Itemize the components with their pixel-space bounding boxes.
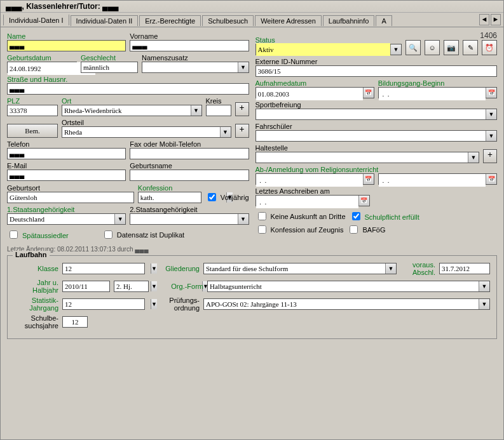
kreis-label: Kreis: [206, 97, 231, 105]
alarm-icon[interactable]: ⏰: [482, 40, 497, 55]
namenszusatz-select[interactable]: ▼: [142, 62, 249, 73]
klasse-select[interactable]: ▼: [62, 263, 145, 274]
halte-select[interactable]: ▼: [255, 152, 480, 163]
record-id: 1406: [480, 31, 497, 40]
religion-an-input[interactable]: 📅: [378, 173, 497, 185]
religion-ab-input[interactable]: 📅: [255, 173, 374, 185]
staat2-select[interactable]: ▼: [130, 213, 249, 225]
telefon-input[interactable]: [7, 148, 126, 159]
last-change-note: Letzte Änderung: 08.02.2011 13:07:13 dur…: [7, 246, 497, 253]
calendar-icon[interactable]: 📅: [486, 174, 496, 184]
chevron-down-icon[interactable]: ▼: [479, 299, 489, 309]
telefon-label: Telefon: [7, 140, 126, 148]
bafoeg-checkbox[interactable]: [350, 225, 358, 234]
sport-select[interactable]: ▼: [255, 109, 498, 120]
volljaehrig-checkbox[interactable]: [208, 193, 216, 201]
tab-strip: Individual-Daten I Individual-Daten II E…: [1, 13, 503, 27]
tab-weitere-adressen[interactable]: Weitere Adressen: [255, 15, 322, 26]
chevron-down-icon[interactable]: ▼: [238, 214, 249, 224]
konfzeugnis-checkbox[interactable]: [258, 225, 266, 234]
chevron-down-icon[interactable]: ▼: [486, 109, 496, 119]
statjg-label: Statistik-Jahrgang: [14, 297, 58, 312]
vorname-input[interactable]: [130, 40, 249, 51]
pruef-select[interactable]: ▼: [203, 298, 490, 310]
duplikat-checkbox[interactable]: [104, 230, 112, 239]
abschluss-input[interactable]: [439, 263, 490, 274]
email-label: E-Mail: [7, 162, 126, 170]
fax-label: Fax oder Mobil-Telefon: [130, 140, 249, 148]
orgform-select[interactable]: ▼: [207, 281, 490, 292]
anschreiben-input[interactable]: 📅: [255, 195, 370, 206]
geburtsname-input[interactable]: [130, 170, 249, 181]
calendar-icon[interactable]: 📅: [363, 88, 374, 98]
pruef-label: Prüfungs-ordnung: [149, 297, 200, 312]
duplikat-label: Datensatz ist Duplikat: [117, 231, 184, 239]
chevron-down-icon[interactable]: ▼: [385, 263, 396, 274]
fax-input[interactable]: [130, 148, 249, 159]
chevron-down-icon[interactable]: ▼: [238, 62, 249, 72]
geburtsdatum-label: Geburtsdatum: [7, 54, 77, 62]
bildungsgang-label: Bildungsgang-Beginn: [378, 79, 497, 87]
edit-icon[interactable]: ✎: [463, 40, 478, 55]
statjg-select[interactable]: ▼: [62, 298, 145, 310]
chevron-down-icon[interactable]: ▼: [191, 105, 201, 116]
staat1-select[interactable]: ▼: [7, 213, 126, 225]
tab-individual-2[interactable]: Individual-Daten II: [71, 15, 139, 26]
jahr-select[interactable]: ▼: [62, 281, 110, 292]
schuljahre-input[interactable]: [62, 316, 88, 328]
gliederung-select[interactable]: ▼: [203, 263, 397, 274]
ort-select[interactable]: ▼: [62, 105, 202, 116]
gliederung-label: Gliederung: [149, 265, 200, 272]
bildungsgang-input[interactable]: 📅: [378, 87, 497, 98]
camera-icon[interactable]: 📷: [444, 40, 459, 55]
bemerkung-button[interactable]: Bem.: [7, 124, 58, 138]
laufbahn-legend: Laufbahn: [13, 251, 50, 258]
tab-more[interactable]: A: [376, 15, 392, 26]
ortsteil-select[interactable]: ▼: [62, 126, 231, 138]
tab-scroll-left[interactable]: ◄: [479, 14, 489, 25]
calendar-icon[interactable]: 📅: [486, 88, 496, 98]
chevron-down-icon[interactable]: ▼: [479, 281, 489, 291]
vorname-label: Vorname: [130, 32, 249, 40]
tab-individual-1[interactable]: Individual-Daten I: [3, 14, 69, 25]
status-select[interactable]: ▼: [255, 44, 402, 55]
geschlecht-select[interactable]: ▼: [81, 62, 138, 73]
chevron-down-icon[interactable]: ▼: [114, 214, 125, 224]
geburtsdatum-input[interactable]: 📅: [7, 62, 77, 73]
halbjahr-select[interactable]: ▼: [114, 281, 149, 292]
keineauskunft-label: Keine Auskunft an Dritte: [271, 213, 346, 220]
konfession-select[interactable]: ▼: [138, 192, 201, 203]
chevron-down-icon[interactable]: ▼: [220, 127, 231, 137]
chevron-down-icon[interactable]: ▼: [468, 152, 479, 163]
add-ort-button[interactable]: +: [235, 102, 249, 116]
volljaehrig-label: Volljährig: [221, 194, 249, 201]
search-icon[interactable]: 🔍: [405, 40, 421, 55]
keineauskunft-checkbox[interactable]: [258, 212, 266, 220]
calendar-icon[interactable]: 📅: [363, 174, 374, 184]
spaetaussiedler-label: Spätaussiedler: [22, 232, 69, 239]
laufbahn-group: Laufbahn Klasse ▼ Gliederung ▼ voraus. A…: [7, 255, 497, 339]
tab-laufbahninfo[interactable]: Laufbahninfo: [323, 15, 375, 26]
add-halte-button[interactable]: +: [483, 149, 497, 163]
chevron-down-icon[interactable]: ▼: [390, 44, 401, 55]
aufnahme-input[interactable]: 📅: [255, 87, 374, 98]
fahr-select[interactable]: ▼: [255, 130, 498, 142]
strasse-input[interactable]: [7, 83, 249, 95]
name-label: Name: [7, 32, 126, 40]
geburtsort-input[interactable]: [7, 192, 134, 203]
kreis-input[interactable]: [206, 105, 231, 116]
spaetaussiedler-checkbox[interactable]: [10, 230, 18, 239]
smiley-icon[interactable]: ☺: [425, 40, 440, 55]
email-input[interactable]: [7, 170, 126, 181]
calendar-icon[interactable]: 📅: [358, 196, 369, 206]
name-input[interactable]: [7, 40, 126, 51]
bafoeg-label: BAFöG: [362, 226, 385, 234]
add-ortsteil-button[interactable]: +: [235, 124, 249, 138]
chevron-down-icon[interactable]: ▼: [486, 131, 496, 141]
extid-input[interactable]: [255, 65, 498, 77]
plz-input[interactable]: ▼: [7, 105, 58, 116]
tab-scroll-right[interactable]: ►: [491, 14, 501, 25]
tab-erz-berechtigte[interactable]: Erz.-Berechtigte: [139, 15, 201, 26]
schulpflicht-checkbox[interactable]: [352, 212, 360, 220]
tab-schulbesuch[interactable]: Schulbesuch: [202, 15, 254, 26]
